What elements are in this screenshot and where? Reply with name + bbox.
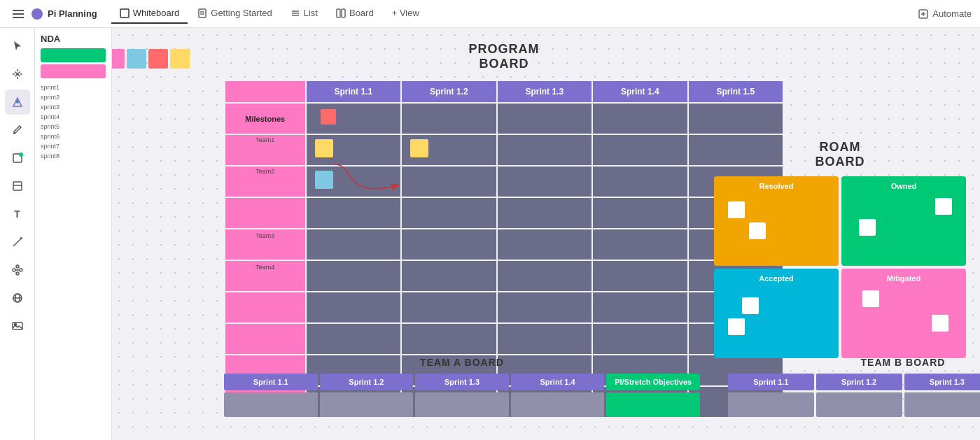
cell-5-4[interactable] — [592, 229, 688, 260]
cell-5-2[interactable] — [401, 229, 497, 260]
agenda-item-6: sprint6 — [41, 133, 106, 140]
menu-button[interactable] — [8, 4, 28, 24]
sidebar-text[interactable]: T — [5, 201, 30, 227]
sidebar-connect[interactable] — [5, 257, 30, 283]
tab-getting-started[interactable]: Getting Started — [189, 3, 280, 24]
sticky-yellow-1[interactable] — [170, 49, 190, 69]
roam-sticky-4[interactable] — [859, 219, 876, 236]
sidebar-globe[interactable] — [5, 285, 30, 311]
row-label-8 — [225, 323, 306, 355]
roam-accepted-label: Accepted — [721, 274, 832, 283]
cell-3-1[interactable] — [306, 166, 402, 197]
roam-sticky-1[interactable] — [728, 201, 745, 218]
cell-6-3[interactable] — [497, 260, 593, 292]
team-b-cell-2[interactable] — [816, 392, 902, 417]
row-label-7 — [225, 292, 306, 323]
sticky-red-cell[interactable] — [321, 109, 336, 125]
roam-sticky-2[interactable] — [749, 222, 766, 239]
agenda-item-5: sprint5 — [41, 123, 106, 130]
cell-3-3[interactable] — [497, 166, 593, 197]
row-label-5: Team3 — [225, 229, 306, 260]
team-b-sprint-body — [728, 392, 980, 417]
team-a-cell-4[interactable] — [511, 392, 605, 417]
cell-3-2[interactable] — [401, 166, 497, 197]
automate-button[interactable]: Automate — [918, 8, 972, 20]
cell-1-4[interactable] — [592, 103, 688, 134]
sidebar-sticky[interactable] — [5, 173, 30, 199]
sidebar-shape-tool[interactable] — [5, 146, 30, 171]
team-b-sprint-1-3: Sprint 1.3 — [904, 374, 981, 390]
cell-4-2[interactable] — [401, 197, 497, 229]
cell-2-4[interactable] — [592, 134, 688, 166]
agenda-item-3: sprint3 — [41, 104, 106, 111]
team-a-sprint-headers: Sprint 1.1 Sprint 1.2 Sprint 1.3 Sprint … — [224, 374, 700, 390]
cell-1-3[interactable] — [497, 103, 593, 134]
tab-list[interactable]: List — [282, 3, 326, 24]
sticky-blue-1[interactable] — [127, 49, 146, 69]
roam-owned[interactable]: Owned — [841, 176, 966, 266]
cell-6-2[interactable] — [401, 260, 497, 292]
cell-4-3[interactable] — [497, 197, 593, 229]
table-row: Milestones — [225, 103, 783, 134]
sidebar-image[interactable] — [5, 313, 30, 339]
team-a-cell-1[interactable] — [224, 392, 318, 417]
roam-sticky-8[interactable] — [932, 315, 948, 332]
cell-8-3[interactable] — [497, 323, 593, 355]
team-a-sprint-1-2: Sprint 1.2 — [320, 374, 414, 390]
sidebar-pen[interactable] — [5, 118, 30, 143]
tab-whiteboard[interactable]: Whiteboard — [111, 3, 188, 24]
team-a-board: TEAM A BOARD Sprint 1.1 Sprint 1.2 Sprin… — [224, 357, 700, 417]
team-a-cell-3[interactable] — [415, 392, 509, 417]
sticky-blue-cell[interactable] — [315, 171, 333, 189]
cell-3-4[interactable] — [592, 166, 688, 197]
cell-7-1[interactable] — [306, 292, 402, 323]
sidebar-pan[interactable] — [5, 62, 30, 87]
team-a-cell-5[interactable] — [606, 392, 700, 417]
sticky-yellow-2b[interactable] — [410, 139, 428, 157]
roam-sticky-5[interactable] — [742, 297, 759, 314]
cell-4-1[interactable] — [306, 197, 402, 229]
roam-resolved[interactable]: Resolved — [714, 176, 839, 266]
sidebar-cursor[interactable] — [5, 34, 30, 59]
roam-mitigated[interactable]: Mitigated — [841, 269, 966, 358]
sticky-red-1[interactable] — [148, 49, 168, 69]
cell-1-1[interactable] — [306, 103, 402, 134]
cell-4-4[interactable] — [592, 197, 688, 229]
top-navigation: Pi Planning Whiteboard Getting Started L… — [0, 0, 980, 28]
table-row: Team3 — [225, 229, 783, 260]
cell-7-3[interactable] — [497, 292, 593, 323]
cell-6-1[interactable] — [306, 260, 402, 292]
svg-point-16 — [16, 100, 19, 103]
cell-5-1[interactable] — [306, 229, 402, 260]
cell-8-1[interactable] — [306, 323, 402, 355]
roam-accepted[interactable]: Accepted — [714, 269, 839, 358]
team-b-cell-1[interactable] — [728, 392, 814, 417]
roam-owned-label: Owned — [848, 182, 959, 190]
cell-8-2[interactable] — [401, 323, 497, 355]
cell-2-1[interactable] — [306, 134, 402, 166]
cell-8-4[interactable] — [592, 323, 688, 355]
tab-view[interactable]: + View — [384, 3, 428, 24]
sticky-yellow-2a[interactable] — [315, 139, 333, 157]
milestones-header — [225, 80, 306, 103]
cell-1-2[interactable] — [401, 103, 497, 134]
roam-sticky-3[interactable] — [935, 198, 952, 215]
roam-sticky-7[interactable] — [862, 290, 879, 307]
cell-2-2[interactable] — [401, 134, 497, 166]
cell-7-4[interactable] — [592, 292, 688, 323]
cell-1-5[interactable] — [688, 103, 784, 134]
cell-7-2[interactable] — [401, 292, 497, 323]
roam-sticky-6[interactable] — [728, 318, 745, 335]
tab-board[interactable]: Board — [328, 3, 382, 24]
cell-6-4[interactable] — [592, 260, 688, 292]
cell-2-3[interactable] — [497, 134, 593, 166]
team-a-cell-2[interactable] — [320, 392, 414, 417]
sprint-1-3-header: Sprint 1.3 — [497, 80, 593, 103]
svg-point-3 — [31, 8, 43, 20]
team-b-cell-3[interactable] — [904, 392, 981, 417]
cell-5-3[interactable] — [497, 229, 593, 260]
sidebar-line[interactable] — [5, 229, 30, 255]
canvas-stickies-top — [112, 49, 190, 69]
sticky-pink-1[interactable] — [112, 49, 125, 69]
sidebar-shapes[interactable] — [5, 90, 30, 115]
